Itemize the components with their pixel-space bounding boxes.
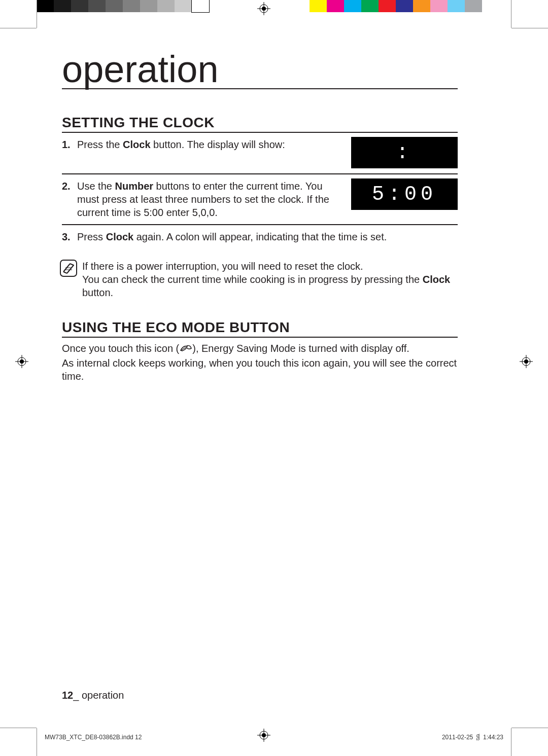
crop-mark [37, 0, 37, 28]
section-title-clock: SETTING THE CLOCK [62, 115, 458, 133]
note-row: If there is a power interruption, you wi… [62, 260, 458, 299]
text: Press the [77, 139, 123, 150]
text: Press [77, 231, 106, 242]
paragraph: Once you touch this icon (), Energy Savi… [62, 342, 458, 383]
page-number: 12 [62, 690, 73, 701]
registration-mark-icon [257, 2, 270, 15]
crop-mark [0, 28, 37, 28]
bold-text: Clock [423, 274, 450, 285]
page-content: operation SETTING THE CLOCK 1. Press the… [62, 51, 458, 383]
crop-mark [0, 728, 37, 728]
page-footer: 12_ operation [62, 690, 124, 701]
crop-mark [511, 728, 511, 756]
display-value: 5:00 [372, 183, 437, 206]
step-number: 1. [62, 138, 77, 151]
footer-section: operation [82, 690, 124, 701]
eco-leaf-icon [179, 343, 192, 356]
chapter-title: operation [62, 51, 458, 89]
text: again. A colon will appear, indicating t… [133, 231, 387, 242]
registration-mark-icon [520, 355, 533, 368]
display-value: : [396, 141, 413, 164]
step-text: Use the Number buttons to enter the curr… [77, 179, 351, 219]
crop-mark [511, 0, 511, 28]
text: If there is a power interruption, you wi… [82, 261, 363, 272]
text: As internal clock keeps working, when yo… [62, 357, 457, 382]
slug-filename: MW73B_XTC_DE8-03862B.indd 12 [45, 734, 142, 741]
note-text: If there is a power interruption, you wi… [82, 260, 458, 299]
text: Use the [77, 181, 115, 192]
step-row: 1. Press the Clock button. The display w… [62, 133, 458, 174]
text: You can check the current time while coo… [82, 274, 423, 285]
registration-mark-icon [15, 355, 28, 368]
step-number: 2. [62, 179, 77, 193]
crop-mark [511, 28, 548, 28]
note-icon [60, 260, 77, 277]
text: ), Energy Saving Mode is turned with dis… [192, 343, 409, 354]
registration-mark-icon [257, 729, 270, 742]
step-row: 2. Use the Number buttons to enter the c… [62, 174, 458, 225]
printer-color-bars [0, 0, 548, 16]
footer-sep: _ [73, 690, 82, 701]
bold-text: Clock [123, 139, 150, 150]
bold-text: Number [115, 181, 153, 192]
step-text: Press the Clock button. The display will… [77, 138, 351, 151]
text: button. [82, 287, 113, 298]
svg-rect-16 [60, 260, 77, 276]
crop-mark [511, 728, 548, 728]
crop-mark [37, 728, 37, 756]
slug-timestamp: 2011-02-25 ᧰ 1:44:23 [442, 734, 503, 741]
step-row: 3. Press Clock again. A colon will appea… [62, 225, 458, 256]
bold-text: Clock [106, 231, 133, 242]
step-text: Press Clock again. A colon will appear, … [77, 230, 458, 243]
step-number: 3. [62, 230, 77, 243]
lcd-display: 5:00 [351, 178, 458, 210]
section-title-eco: USING THE ECO MODE BUTTON [62, 319, 458, 338]
lcd-display: : [351, 137, 458, 168]
text: Once you touch this icon ( [62, 343, 179, 354]
text: button. The display will show: [151, 139, 285, 150]
